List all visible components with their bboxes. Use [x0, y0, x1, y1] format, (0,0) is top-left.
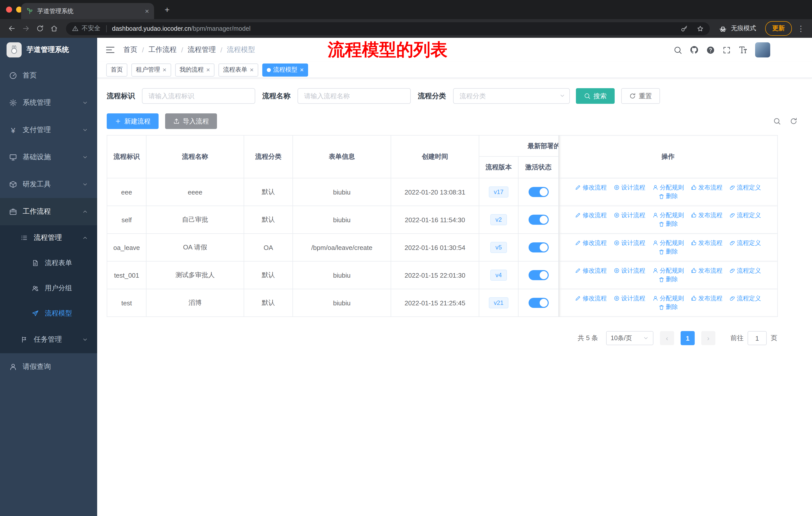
- design-process-link[interactable]: 设计流程: [614, 266, 645, 275]
- delete-link[interactable]: 删除: [658, 303, 678, 311]
- process-name-link[interactable]: eeee: [146, 178, 244, 206]
- form-info-link[interactable]: biubiu: [293, 178, 391, 206]
- prev-page-button[interactable]: ‹: [660, 331, 674, 345]
- next-page-button[interactable]: ›: [701, 331, 715, 345]
- sidebar-item-process-management[interactable]: 流程管理: [0, 225, 97, 250]
- sidebar-item-devtools[interactable]: 研发工具: [0, 171, 97, 198]
- design-process-link[interactable]: 设计流程: [614, 239, 645, 247]
- publish-process-link[interactable]: 发布流程: [691, 183, 722, 192]
- browser-update-button[interactable]: 更新: [765, 21, 792, 36]
- password-key-icon[interactable]: [680, 25, 688, 32]
- process-definition-link[interactable]: 流程定义: [729, 266, 761, 275]
- sidebar-item-home[interactable]: 首页: [0, 62, 97, 89]
- process-name-link[interactable]: 滔博: [146, 289, 244, 317]
- sidebar-item-process-form[interactable]: 流程表单: [0, 250, 97, 276]
- breadcrumb-item[interactable]: 工作流程: [148, 45, 177, 54]
- delete-link[interactable]: 删除: [658, 192, 678, 200]
- sidebar-item-infrastructure[interactable]: 基础设施: [0, 144, 97, 171]
- form-info-link[interactable]: biubiu: [293, 289, 391, 317]
- form-info-link[interactable]: biubiu: [293, 261, 391, 289]
- search-button[interactable]: 搜索: [576, 88, 615, 104]
- goto-page-input[interactable]: [748, 331, 767, 345]
- assign-rule-link[interactable]: 分配规则: [652, 294, 684, 303]
- process-name-input[interactable]: [297, 88, 411, 104]
- page-number-button[interactable]: 1: [680, 331, 695, 345]
- search-icon[interactable]: [673, 46, 682, 54]
- tag-home[interactable]: 首页: [106, 63, 127, 76]
- active-toggle[interactable]: [528, 215, 548, 225]
- process-definition-link[interactable]: 流程定义: [729, 211, 761, 219]
- design-process-link[interactable]: 设计流程: [614, 183, 645, 192]
- process-definition-link[interactable]: 流程定义: [729, 239, 761, 247]
- modify-process-link[interactable]: 修改流程: [575, 183, 607, 192]
- active-toggle[interactable]: [528, 270, 548, 280]
- close-window-button[interactable]: [6, 6, 12, 12]
- bookmark-star-icon[interactable]: [697, 25, 704, 32]
- close-icon[interactable]: ×: [163, 66, 166, 73]
- github-icon[interactable]: [690, 45, 699, 54]
- publish-process-link[interactable]: 发布流程: [691, 294, 722, 303]
- tag-process-form[interactable]: 流程表单 ×: [219, 63, 258, 76]
- font-size-icon[interactable]: [738, 45, 748, 54]
- version-badge[interactable]: v2: [490, 214, 507, 225]
- tag-my-process[interactable]: 我的流程 ×: [175, 63, 214, 76]
- address-bar[interactable]: 不安全 dashboard.yudao.iocoder.cn/bpm/manag…: [65, 21, 710, 35]
- publish-process-link[interactable]: 发布流程: [691, 266, 722, 275]
- close-icon[interactable]: ×: [250, 66, 254, 73]
- close-icon[interactable]: ×: [300, 66, 304, 73]
- design-process-link[interactable]: 设计流程: [614, 294, 645, 303]
- modify-process-link[interactable]: 修改流程: [575, 211, 607, 219]
- page-size-select[interactable]: 10条/页: [606, 331, 654, 345]
- assign-rule-link[interactable]: 分配规则: [652, 211, 684, 219]
- sidebar-item-process-model[interactable]: 流程模型: [0, 301, 97, 326]
- modify-process-link[interactable]: 修改流程: [575, 294, 607, 303]
- category-select[interactable]: [453, 88, 570, 104]
- process-name-link[interactable]: 测试多审批人: [146, 261, 244, 289]
- tag-process-model[interactable]: 流程模型 ×: [262, 63, 308, 76]
- active-toggle[interactable]: [528, 298, 548, 308]
- browser-menu-icon[interactable]: ⋮: [797, 24, 805, 33]
- delete-link[interactable]: 删除: [658, 275, 678, 284]
- home-button[interactable]: [47, 22, 60, 35]
- process-name-link[interactable]: OA 请假: [146, 234, 244, 261]
- process-definition-link[interactable]: 流程定义: [729, 294, 761, 303]
- version-badge[interactable]: v17: [489, 186, 509, 198]
- sidebar-item-user-group[interactable]: 用户分组: [0, 276, 97, 301]
- design-process-link[interactable]: 设计流程: [614, 211, 645, 219]
- version-badge[interactable]: v21: [489, 297, 509, 309]
- help-question-icon[interactable]: [706, 46, 715, 54]
- close-icon[interactable]: ×: [206, 66, 210, 73]
- publish-process-link[interactable]: 发布流程: [691, 239, 722, 247]
- back-button[interactable]: [5, 22, 18, 35]
- publish-process-link[interactable]: 发布流程: [691, 211, 722, 219]
- active-toggle[interactable]: [528, 242, 548, 252]
- tab-close-icon[interactable]: ×: [145, 7, 149, 15]
- reset-button[interactable]: 重置: [621, 88, 660, 104]
- new-tab-button[interactable]: +: [161, 4, 173, 16]
- forward-button[interactable]: [19, 22, 32, 35]
- sidebar-item-system[interactable]: 系统管理: [0, 89, 97, 116]
- version-badge[interactable]: v5: [490, 242, 507, 253]
- fullscreen-icon[interactable]: [722, 46, 731, 54]
- form-info-link[interactable]: /bpm/oa/leave/create: [293, 234, 391, 261]
- create-process-button[interactable]: 新建流程: [107, 113, 158, 129]
- form-info-link[interactable]: biubiu: [293, 206, 391, 234]
- modify-process-link[interactable]: 修改流程: [575, 266, 607, 275]
- import-process-button[interactable]: 导入流程: [165, 113, 217, 129]
- delete-link[interactable]: 删除: [658, 247, 678, 256]
- version-badge[interactable]: v4: [490, 270, 507, 281]
- assign-rule-link[interactable]: 分配规则: [652, 239, 684, 247]
- sidebar-item-task-management[interactable]: 任务管理: [0, 326, 97, 353]
- modify-process-link[interactable]: 修改流程: [575, 239, 607, 247]
- browser-tab[interactable]: 芋道管理系统 ×: [21, 3, 154, 19]
- reload-button[interactable]: [33, 22, 46, 35]
- search-toggle-icon[interactable]: [773, 117, 781, 125]
- breadcrumb-item[interactable]: 首页: [123, 45, 138, 54]
- refresh-table-icon[interactable]: [790, 117, 798, 125]
- assign-rule-link[interactable]: 分配规则: [652, 183, 684, 192]
- process-key-input[interactable]: [142, 88, 255, 104]
- hamburger-menu-icon[interactable]: [105, 45, 115, 55]
- delete-link[interactable]: 删除: [658, 220, 678, 228]
- active-toggle[interactable]: [528, 187, 548, 197]
- sidebar-item-leave-query[interactable]: 请假查询: [0, 353, 97, 380]
